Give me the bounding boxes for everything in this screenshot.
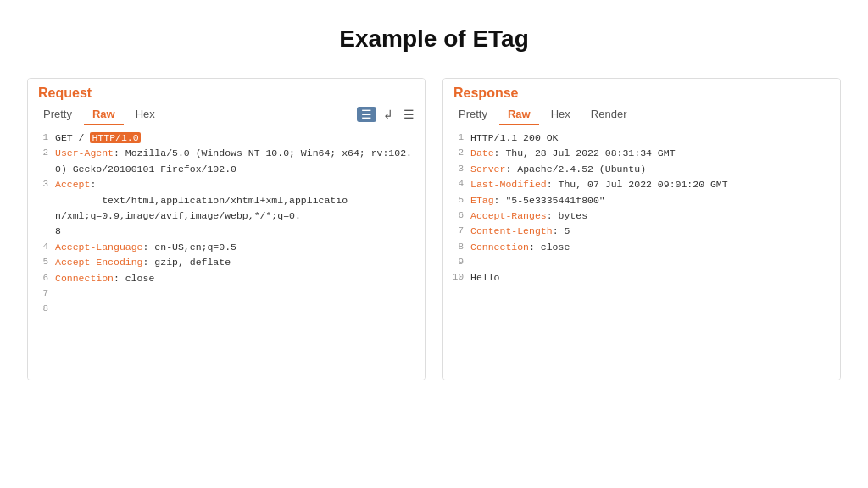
- code-line: 4 Accept-Language: en-US,en;q=0.5: [28, 240, 425, 255]
- request-icon-body[interactable]: ☰: [357, 107, 376, 122]
- response-tab-render[interactable]: Render: [582, 104, 636, 125]
- response-header: Response: [443, 79, 840, 104]
- code-line: 6 Connection: close: [28, 271, 425, 286]
- panels-container: Request Pretty Raw Hex ☰ ↲ ☰ 1 GET / HTT…: [27, 78, 841, 380]
- code-line: 9: [443, 255, 840, 270]
- request-panel: Request Pretty Raw Hex ☰ ↲ ☰ 1 GET / HTT…: [27, 78, 426, 380]
- code-line: 7: [28, 286, 425, 302]
- response-panel: Response Pretty Raw Hex Render 1 HTTP/1.…: [442, 78, 841, 380]
- code-line: 2 Date: Thu, 28 Jul 2022 08:31:34 GMT: [443, 146, 840, 161]
- code-line: 10 Hello: [443, 270, 840, 286]
- response-tab-bar: Pretty Raw Hex Render: [443, 104, 840, 125]
- request-tab-hex[interactable]: Hex: [127, 104, 164, 125]
- code-line: 8 Connection: close: [443, 240, 840, 255]
- code-line: 3 Accept: text/html,application/xhtml+xm…: [28, 177, 425, 240]
- response-tab-raw[interactable]: Raw: [499, 104, 539, 125]
- code-line: 5 ETag: "5-5e3335441f800": [443, 193, 840, 208]
- response-code-area: 1 HTTP/1.1 200 OK 2 Date: Thu, 28 Jul 20…: [443, 125, 840, 380]
- code-line: 3 Server: Apache/2.4.52 (Ubuntu): [443, 162, 840, 177]
- request-tab-pretty[interactable]: Pretty: [35, 104, 81, 125]
- code-line: 7 Content-Length: 5: [443, 224, 840, 239]
- response-tab-pretty[interactable]: Pretty: [450, 104, 496, 125]
- code-line: 1 GET / HTTP/1.0: [28, 130, 425, 146]
- request-tab-bar: Pretty Raw Hex ☰ ↲ ☰: [28, 104, 425, 125]
- code-line: 4 Last-Modified: Thu, 07 Jul 2022 09:01:…: [443, 177, 840, 192]
- request-icon-ln[interactable]: ↲: [380, 106, 397, 123]
- code-line: 6 Accept-Ranges: bytes: [443, 208, 840, 224]
- request-code-area: 1 GET / HTTP/1.0 2 User-Agent: Mozilla/5…: [28, 125, 425, 380]
- response-tab-hex[interactable]: Hex: [542, 104, 579, 125]
- code-line: 5 Accept-Encoding: gzip, deflate: [28, 255, 425, 270]
- request-tab-raw[interactable]: Raw: [84, 104, 124, 125]
- page-title: Example of ETag: [339, 25, 529, 53]
- request-icon-menu[interactable]: ☰: [400, 106, 418, 123]
- code-line: 8: [28, 302, 425, 317]
- code-line: 1 HTTP/1.1 200 OK: [443, 130, 840, 146]
- code-line: 2 User-Agent: Mozilla/5.0 (Windows NT 10…: [28, 146, 425, 177]
- request-header: Request: [28, 79, 425, 104]
